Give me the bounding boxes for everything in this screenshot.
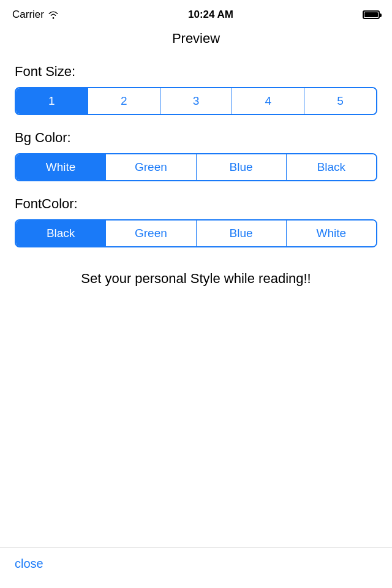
time-label: 10:24 AM	[188, 9, 233, 21]
font-size-option-1[interactable]: 1	[16, 88, 88, 114]
status-bar: Carrier 10:24 AM	[0, 0, 392, 27]
nav-bar: Preview	[0, 27, 392, 54]
font-color-option-blue[interactable]: Blue	[197, 221, 287, 246]
font-size-option-4[interactable]: 4	[232, 88, 304, 114]
bg-color-option-blue[interactable]: Blue	[197, 154, 287, 180]
page-title: Preview	[172, 31, 220, 46]
bg-color-option-green[interactable]: Green	[106, 154, 196, 180]
battery-icon	[363, 10, 380, 19]
carrier-label: Carrier	[12, 9, 44, 21]
font-color-label: FontColor:	[15, 196, 377, 212]
bg-color-option-black[interactable]: Black	[287, 154, 376, 180]
font-size-option-2[interactable]: 2	[88, 88, 160, 114]
main-content: Font Size: 1 2 3 4 5 Bg Color: White Gre…	[0, 54, 392, 548]
font-color-option-white[interactable]: White	[287, 221, 376, 246]
bottom-bar: close	[0, 548, 392, 588]
preview-text: Set your personal Style while reading!!	[15, 270, 377, 288]
bg-color-label: Bg Color:	[15, 130, 377, 146]
font-color-option-green[interactable]: Green	[106, 221, 196, 246]
battery-fill	[364, 12, 378, 17]
font-color-control: Black Green Blue White	[15, 219, 377, 247]
carrier-text: Carrier	[12, 9, 59, 21]
close-button[interactable]: close	[15, 557, 43, 571]
font-size-label: Font Size:	[15, 64, 377, 80]
wifi-icon	[48, 10, 59, 19]
font-size-option-3[interactable]: 3	[160, 88, 233, 114]
bg-color-control: White Green Blue Black	[15, 153, 377, 181]
font-size-control: 1 2 3 4 5	[15, 87, 377, 115]
bg-color-option-white[interactable]: White	[16, 154, 106, 180]
font-color-option-black[interactable]: Black	[16, 221, 106, 246]
font-size-option-5[interactable]: 5	[304, 88, 376, 114]
